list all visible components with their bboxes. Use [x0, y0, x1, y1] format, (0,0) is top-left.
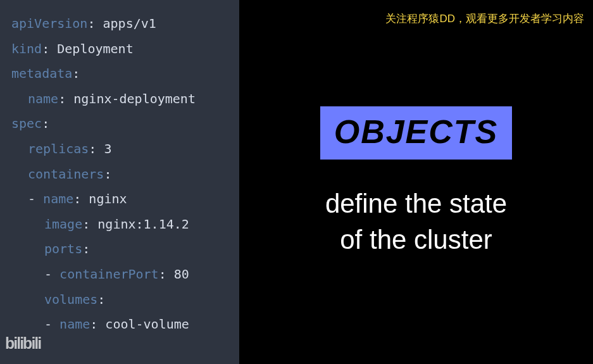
yaml-key: name: [43, 191, 73, 206]
yaml-sep: :: [42, 116, 49, 131]
yaml-sep: :: [159, 267, 174, 282]
yaml-key: containers: [28, 166, 104, 182]
yaml-sep: :: [82, 217, 97, 232]
yaml-key: apiVersion: [11, 16, 87, 31]
yaml-dash: -: [44, 317, 59, 332]
yaml-value: nginx:1.14.2: [97, 217, 189, 232]
code-line: spec:: [11, 111, 232, 137]
bilibili-logo: bilibili: [5, 328, 41, 360]
yaml-dash: -: [44, 267, 59, 282]
yaml-key: containerPort: [59, 267, 159, 282]
subtitle-text: define the state of the cluster: [325, 186, 507, 258]
yaml-value: Deployment: [57, 41, 133, 56]
yaml-value: 80: [174, 267, 189, 282]
code-line: replicas: 3: [11, 137, 232, 162]
yaml-value: 3: [104, 141, 111, 156]
yaml-key: ports: [44, 241, 82, 256]
code-line: kind: Deployment: [11, 37, 232, 62]
yaml-key: metadata: [11, 66, 72, 81]
yaml-dash: -: [28, 191, 43, 206]
yaml-key: name: [28, 91, 58, 106]
yaml-sep: :: [90, 317, 105, 332]
yaml-key: name: [59, 317, 90, 332]
code-line: - name: nginx: [11, 187, 232, 212]
yaml-sep: :: [42, 41, 57, 56]
yaml-sep: :: [82, 241, 90, 256]
yaml-sep: :: [87, 16, 103, 31]
code-line: image: nginx:1.14.2: [11, 212, 232, 237]
code-line: containers:: [11, 162, 232, 187]
code-line: - containerPort: 80: [11, 262, 232, 287]
yaml-value: apps/v1: [103, 16, 156, 31]
yaml-sep: :: [73, 191, 89, 206]
code-panel: apiVersion: apps/v1 kind: Deployment met…: [0, 0, 239, 364]
title-panel: 关注程序猿DD，观看更多开发者学习内容 OBJECTS define the s…: [239, 0, 593, 364]
yaml-sep: :: [104, 166, 111, 182]
subtitle-line: of the cluster: [340, 225, 492, 254]
code-line: - name: cool-volume: [11, 312, 232, 337]
yaml-sep: :: [89, 141, 104, 156]
yaml-value: nginx-deployment: [73, 91, 196, 106]
yaml-key: replicas: [28, 141, 89, 156]
yaml-sep: :: [97, 292, 105, 307]
yaml-sep: :: [58, 91, 73, 106]
code-line: name: nginx-deployment: [11, 87, 232, 112]
yaml-key: volumes: [44, 292, 97, 307]
yaml-key: image: [44, 217, 82, 232]
yaml-sep: :: [72, 66, 80, 81]
code-line: apiVersion: apps/v1: [11, 11, 232, 37]
yaml-value: nginx: [89, 191, 127, 206]
subtitle-line: define the state: [325, 189, 507, 218]
watermark-text: 关注程序猿DD，观看更多开发者学习内容: [385, 11, 584, 26]
yaml-key: spec: [11, 116, 42, 131]
heading-box: OBJECTS: [320, 106, 513, 160]
code-line: metadata:: [11, 61, 232, 87]
code-line: volumes:: [11, 287, 232, 313]
code-line: ports:: [11, 237, 232, 262]
yaml-key: kind: [11, 41, 42, 56]
yaml-value: cool-volume: [105, 317, 189, 332]
